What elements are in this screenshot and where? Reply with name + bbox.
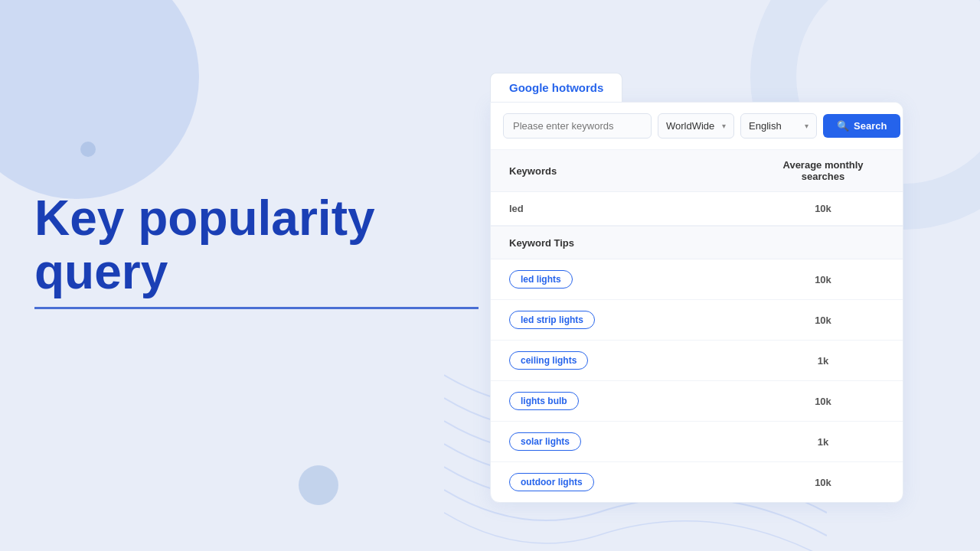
table-row: led 10k	[491, 192, 903, 226]
tips-row: led strip lights10k	[491, 300, 903, 341]
tips-keyword-col: outdoor lights	[509, 473, 762, 491]
region-chevron-icon: ▾	[722, 122, 726, 130]
keyword-tag[interactable]: led strip lights	[509, 311, 595, 329]
search-button-label: Search	[854, 120, 887, 132]
table-header: Keywords Average monthly searches	[491, 150, 903, 192]
col-keywords-header: Keywords	[509, 165, 762, 177]
tips-section-header: Keyword Tips	[491, 226, 903, 259]
main-card: WorldWide ▾ English ▾ 🔍 Search Keywords …	[490, 102, 903, 503]
card-tab[interactable]: Google hotwords	[490, 73, 622, 102]
region-label: WorldWide	[666, 120, 714, 132]
search-bar: WorldWide ▾ English ▾ 🔍 Search	[491, 103, 903, 150]
keyword-tag[interactable]: ceiling lights	[509, 351, 588, 370]
tips-keyword-col: ceiling lights	[509, 351, 762, 370]
tips-keyword-col: solar lights	[509, 432, 762, 451]
tips-title: Keyword Tips	[509, 237, 574, 249]
keyword-tag[interactable]: solar lights	[509, 432, 581, 451]
keyword-cell: led	[509, 203, 762, 214]
keyword-tag[interactable]: lights bulb	[509, 392, 579, 410]
heading-underline	[34, 307, 479, 309]
tips-count-col: 10k	[762, 396, 884, 407]
tips-row: led lights10k	[491, 259, 903, 300]
search-button[interactable]: 🔍 Search	[823, 114, 900, 138]
tips-row: ceiling lights1k	[491, 341, 903, 381]
tips-keyword-col: led lights	[509, 270, 762, 289]
tips-row: lights bulb10k	[491, 381, 903, 422]
keyword-tag[interactable]: led lights	[509, 270, 573, 289]
tips-row: solar lights1k	[491, 422, 903, 462]
tips-count-col: 1k	[762, 436, 884, 448]
card-container: Google hotwords WorldWide ▾ English ▾ 🔍 …	[490, 73, 903, 503]
bg-decoration-circle-small	[80, 142, 96, 157]
tips-keyword-col: led strip lights	[509, 311, 762, 329]
keyword-tag[interactable]: outdoor lights	[509, 473, 594, 491]
tips-count-col: 10k	[762, 274, 884, 285]
keyword-search-input[interactable]	[503, 113, 652, 139]
tips-keyword-col: lights bulb	[509, 392, 762, 410]
search-icon: 🔍	[837, 120, 849, 132]
tips-rows-container: led lights10kled strip lights10kceiling …	[491, 259, 903, 502]
region-dropdown[interactable]: WorldWide ▾	[658, 113, 734, 139]
search-count-cell: 10k	[762, 203, 884, 214]
language-chevron-icon: ▾	[805, 122, 808, 130]
language-dropdown[interactable]: English ▾	[740, 113, 817, 139]
bg-decoration-circle-topleft	[0, 0, 199, 199]
tips-count-col: 1k	[762, 355, 884, 367]
tips-count-col: 10k	[762, 315, 884, 326]
language-label: English	[749, 120, 782, 132]
bg-decoration-circle-bottom	[299, 465, 338, 505]
col-searches-header: Average monthly searches	[762, 159, 884, 182]
main-heading: Key popularity query	[34, 191, 463, 299]
left-content-area: Key popularity query	[34, 191, 479, 309]
tips-count-col: 10k	[762, 477, 884, 488]
tips-row: outdoor lights10k	[491, 462, 903, 502]
